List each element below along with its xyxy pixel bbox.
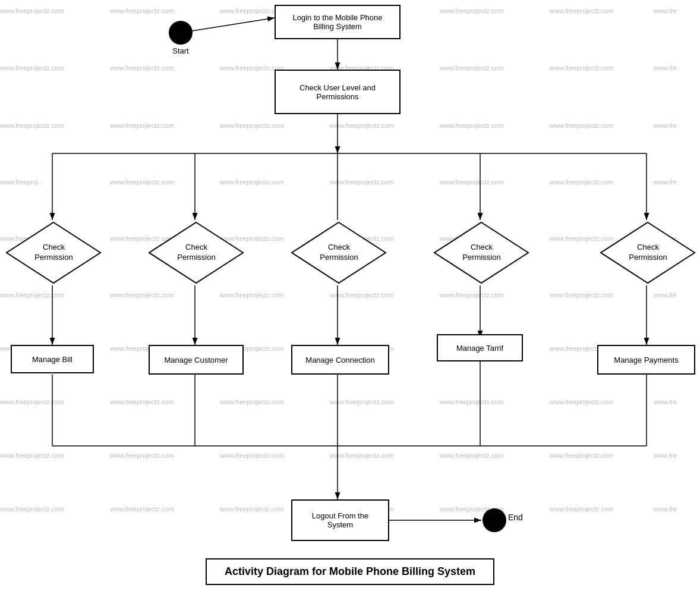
check-permission-diamond-1: CheckPermission [5,220,103,285]
start-circle [169,21,193,45]
start-label: Start [169,46,193,55]
manage-payments-box: Manage Payments [597,345,695,375]
manage-customer-box: Manage Customer [149,345,244,375]
end-label: End [508,513,523,522]
manage-connection-box: Manage Connection [291,345,389,375]
check-user-level-box: Check User Level and Permissions [275,70,401,114]
svg-line-1 [181,18,275,33]
manage-tarrif-box: Manage Tarrif [437,334,523,361]
end-circle [483,508,506,532]
diagram-container: www.freeprojectz.com www.freeprojectz.co… [0,0,700,591]
login-box: Login to the Mobile Phone Billing System [275,5,401,39]
logout-box: Logout From the System [291,499,389,541]
check-permission-diamond-2: CheckPermission [147,220,245,285]
check-permission-diamond-3: CheckPermission [290,220,388,285]
manage-bill-box: Manage Bill [11,345,94,373]
check-permission-diamond-4: CheckPermission [433,220,531,285]
diagram-title: Activity Diagram for Mobile Phone Billin… [206,558,494,585]
check-permission-diamond-5: CheckPermission [599,220,697,285]
